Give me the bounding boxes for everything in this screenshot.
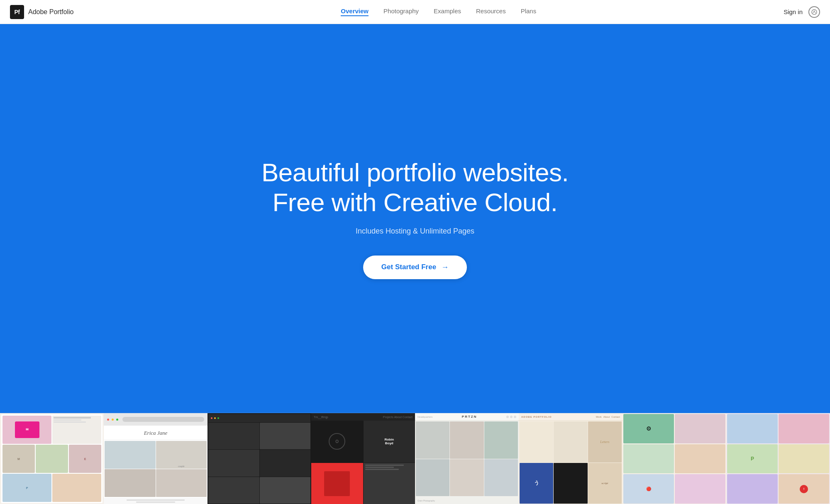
get-started-button[interactable]: Get Started Free → (363, 256, 467, 279)
brand-logo[interactable]: Pf Adobe Portfolio (10, 5, 73, 19)
portfolio-item-8: P ! (726, 413, 830, 504)
brand-name: Adobe Portfolio (28, 8, 73, 16)
nav-photography[interactable]: Photography (383, 7, 419, 16)
adobe-icon[interactable] (808, 6, 820, 18)
portfolio-item-6: ADOBE PORTFOLIO Work About Contact Lette… (519, 413, 622, 504)
sign-in-link[interactable]: Sign in (784, 8, 803, 15)
nav-resources[interactable]: Resources (476, 7, 506, 16)
nav-overview[interactable]: Overview (341, 7, 369, 16)
nav-right: Sign in (784, 6, 820, 18)
portfolio-item-1: ✉ M E (0, 413, 104, 504)
portfolio-item-7: ⚙ 🔴 (622, 413, 726, 504)
nav-examples[interactable]: Examples (434, 7, 461, 16)
portfolio-item-2: Erica Jane couple (104, 413, 208, 504)
hero-subtitle: Includes Hosting & Unlimited Pages (356, 227, 474, 236)
navigation: Pf Adobe Portfolio Overview Photography … (0, 0, 830, 24)
hero-content: Beautiful portfolio websites. Free with … (253, 24, 577, 413)
nav-links: Overview Photography Examples Resources … (93, 7, 784, 16)
portfolio-item-4: Tm__tflmjp Projects About Contact O Robi… (311, 413, 415, 504)
nav-plans[interactable]: Plans (521, 7, 537, 16)
portfolio-item-3 (208, 413, 311, 504)
cta-arrow-icon: → (441, 263, 449, 272)
portfolio-strip: ✉ M E (0, 413, 830, 504)
hero-title: Beautiful portfolio websites. Free with … (261, 158, 569, 217)
cta-label: Get Started Free (381, 263, 436, 271)
hero-section: Beautiful portfolio websites. Free with … (0, 0, 830, 504)
pf-icon: Pf (10, 5, 24, 19)
portfolio-item-5: Headquarters PRTZN (415, 413, 519, 504)
